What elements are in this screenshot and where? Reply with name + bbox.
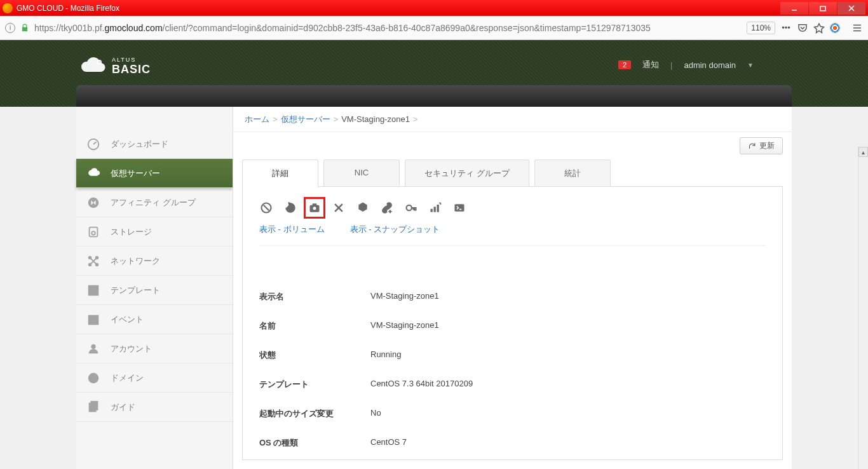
svg-rect-34	[313, 203, 317, 205]
account-menu[interactable]: admin domain	[684, 60, 736, 70]
svg-line-10	[93, 142, 97, 144]
browser-toolbar: i https://tky001b.pf.gmocloud.com/client…	[0, 16, 868, 40]
breadcrumb-separator: >	[273, 114, 278, 124]
sidebar-item-label: ストレージ	[111, 226, 152, 238]
breadcrumb: ホーム > 仮想サーバー > VM-Staging-zone1 >	[233, 107, 792, 132]
sidebar-item-label: ダッシュボード	[111, 139, 168, 150]
refresh-icon	[748, 142, 756, 150]
url-domain: gmocloud.com	[105, 23, 163, 33]
window-minimize-button[interactable]	[780, 2, 808, 15]
detail-value: VM-Staging-zone1	[370, 320, 439, 332]
stop-icon[interactable]	[259, 201, 273, 215]
console-icon[interactable]	[452, 201, 466, 215]
affinity-icon	[86, 196, 100, 210]
refresh-label: 更新	[759, 140, 775, 151]
svg-point-33	[313, 207, 316, 210]
sidebar-item-guide[interactable]: ガイド	[76, 393, 233, 422]
tab-security-groups[interactable]: セキュリティ グループ	[405, 160, 529, 187]
sidebar: ダッシュボード 仮想サーバー アフィニティ グループ ストレージ ネットワーク …	[76, 107, 233, 469]
header-divider: |	[670, 60, 672, 70]
sidebar-item-label: アカウント	[111, 343, 152, 355]
top-nav-bar	[76, 85, 792, 107]
sidebar-item-label: ガイド	[111, 402, 135, 413]
sidebar-item-templates[interactable]: テンプレート	[76, 276, 233, 305]
sidebar-item-dashboard[interactable]: ダッシュボード	[76, 130, 233, 159]
tab-details[interactable]: 詳細	[242, 160, 318, 187]
svg-rect-42	[434, 207, 436, 212]
sidebar-item-storage[interactable]: ストレージ	[76, 217, 233, 247]
sidebar-item-label: テンプレート	[111, 285, 160, 296]
breadcrumb-separator: >	[334, 114, 339, 124]
tab-nic[interactable]: NIC	[323, 160, 400, 187]
more-icon[interactable]: •••	[780, 22, 792, 34]
chevron-down-icon[interactable]: ▼	[747, 62, 754, 69]
window-close-button[interactable]	[837, 2, 865, 15]
attach-iso-icon[interactable]	[380, 201, 394, 215]
zoom-indicator[interactable]: 110%	[747, 22, 775, 34]
svg-line-31	[264, 205, 269, 210]
reset-password-icon[interactable]	[404, 201, 418, 215]
gauge-icon	[86, 137, 100, 151]
breadcrumb-home[interactable]: ホーム	[245, 114, 269, 125]
tab-stats[interactable]: 統計	[534, 160, 611, 187]
scroll-up-arrow[interactable]: ▴	[858, 147, 868, 157]
detail-row-name: 名前VM-Staging-zone1	[259, 311, 766, 341]
detail-label: 起動中のサイズ変更	[259, 408, 370, 419]
detail-label: 状態	[259, 350, 370, 361]
tab-bar: 詳細 NIC セキュリティ グループ 統計	[242, 160, 783, 187]
sidebar-item-accounts[interactable]: アカウント	[76, 334, 233, 364]
scale-icon[interactable]	[428, 201, 442, 215]
logo[interactable]: ALTUS BASIC	[76, 55, 151, 78]
svg-rect-20	[94, 287, 97, 290]
target-icon	[86, 371, 100, 385]
window-titlebar: GMO CLOUD - Mozilla Firefox	[0, 0, 868, 16]
disk-icon	[86, 225, 100, 239]
svg-rect-19	[90, 287, 93, 290]
vm-action-toolbar	[259, 201, 766, 215]
notification-label[interactable]: 通知	[642, 59, 659, 71]
sidebar-item-instances[interactable]: 仮想サーバー	[76, 159, 233, 188]
snapshot-icon[interactable]	[308, 201, 322, 215]
detail-label: OS の種類	[259, 437, 370, 449]
app-header: ALTUS BASIC 2 通知 | admin domain ▼	[0, 40, 868, 107]
sidebar-item-label: ネットワーク	[111, 255, 160, 267]
sidebar-item-affinity[interactable]: アフィニティ グループ	[76, 188, 233, 217]
window-maximize-button[interactable]	[809, 2, 837, 15]
refresh-button[interactable]: 更新	[740, 137, 783, 154]
svg-point-24	[91, 344, 95, 348]
cloud-logo-icon	[76, 55, 108, 78]
page-scrollbar[interactable]: ▴	[858, 147, 868, 469]
detail-label: 名前	[259, 320, 370, 332]
reboot-icon[interactable]	[283, 201, 297, 215]
details-list[interactable]: 表示名VM-Staging-zone1 名前VM-Staging-zone1 状…	[259, 269, 778, 459]
sidebar-item-domains[interactable]: ドメイン	[76, 364, 233, 393]
pocket-icon[interactable]	[797, 22, 808, 34]
svg-rect-29	[91, 401, 97, 409]
logo-text-big: BASIC	[112, 64, 151, 76]
destroy-icon[interactable]	[332, 201, 346, 215]
bookmark-star-icon[interactable]	[813, 22, 825, 34]
notification-badge[interactable]: 2	[618, 60, 631, 69]
window-title: GMO CLOUD - Mozilla Firefox	[17, 4, 119, 13]
svg-rect-44	[455, 204, 465, 212]
lock-icon	[20, 24, 29, 32]
view-snapshot-link[interactable]: 表示 - スナップショット	[350, 224, 440, 235]
svg-text:17: 17	[92, 318, 97, 323]
main-panel: ホーム > 仮想サーバー > VM-Staging-zone1 > 更新 詳細 …	[233, 107, 792, 469]
breadcrumb-level1[interactable]: 仮想サーバー	[281, 114, 330, 125]
detail-value: VM-Staging-zone1	[370, 291, 439, 302]
breadcrumb-separator: >	[413, 114, 418, 124]
hamburger-menu-icon[interactable]	[851, 22, 863, 34]
reinstall-icon[interactable]	[356, 201, 370, 215]
view-volume-link[interactable]: 表示 - ボリューム	[259, 224, 325, 235]
site-info-icon[interactable]: i	[5, 23, 15, 33]
sidebar-item-label: イベント	[111, 314, 144, 325]
url-bar[interactable]: https://tky001b.pf.gmocloud.com/client/?…	[34, 23, 742, 33]
sidebar-item-events[interactable]: 17 イベント	[76, 305, 233, 334]
svg-point-27	[93, 377, 94, 379]
detail-label: 表示名	[259, 291, 370, 302]
extension-icon[interactable]	[830, 23, 840, 33]
detail-row-displayname: 表示名VM-Staging-zone1	[259, 282, 766, 311]
sidebar-item-network[interactable]: ネットワーク	[76, 247, 233, 276]
sidebar-item-label: アフィニティ グループ	[111, 197, 196, 208]
